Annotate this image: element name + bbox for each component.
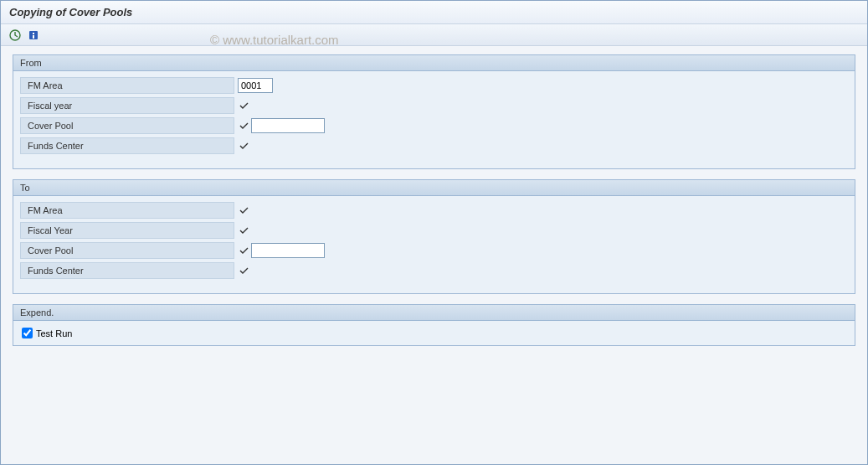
to-funds-center-label: Funds Center xyxy=(20,262,234,279)
to-fm-area-label: FM Area xyxy=(20,202,234,219)
group-from: From FM Area Fiscal year Cover Pool xyxy=(13,54,855,169)
required-check-icon xyxy=(238,100,249,111)
required-check-icon xyxy=(238,225,249,236)
group-to-header: To xyxy=(13,180,855,196)
test-run-label: Test Run xyxy=(36,328,72,338)
required-check-icon xyxy=(238,120,249,132)
from-fm-area-input[interactable] xyxy=(238,78,273,93)
required-check-icon xyxy=(238,245,249,256)
from-fiscal-year-label: Fiscal year xyxy=(20,97,234,114)
to-funds-center-row: Funds Center xyxy=(20,261,848,280)
from-cover-pool-label: Cover Pool xyxy=(20,117,234,134)
page-title: Copying of Cover Pools xyxy=(9,6,859,18)
required-check-icon xyxy=(238,140,249,152)
svg-rect-3 xyxy=(33,35,34,39)
from-funds-center-label: Funds Center xyxy=(20,137,234,154)
group-to-body: FM Area Fiscal Year Cover Pool xyxy=(13,196,855,293)
to-fm-area-row: FM Area xyxy=(20,201,848,220)
group-from-body: FM Area Fiscal year Cover Pool xyxy=(13,71,855,168)
to-fiscal-year-row: Fiscal Year xyxy=(20,221,848,240)
execute-button[interactable] xyxy=(8,28,23,43)
from-funds-center-row: Funds Center xyxy=(20,137,848,155)
required-check-icon xyxy=(238,204,249,216)
group-expend-body: Test Run xyxy=(13,321,855,345)
from-fm-area-row: FM Area xyxy=(20,76,848,95)
group-expend: Expend. Test Run xyxy=(13,304,855,346)
to-fiscal-year-label: Fiscal Year xyxy=(20,222,234,239)
group-to: To FM Area Fiscal Year Cove xyxy=(13,179,855,294)
info-button[interactable] xyxy=(26,28,41,43)
test-run-checkbox[interactable] xyxy=(22,328,33,338)
execute-icon xyxy=(9,29,21,41)
from-fiscal-year-row: Fiscal year xyxy=(20,96,848,115)
group-from-header: From xyxy=(13,55,855,71)
from-fm-area-label: FM Area xyxy=(20,77,234,94)
to-cover-pool-label: Cover Pool xyxy=(20,242,234,259)
test-run-row[interactable]: Test Run xyxy=(22,328,846,338)
title-bar: Copying of Cover Pools xyxy=(1,1,867,24)
required-check-icon xyxy=(238,265,249,276)
content: From FM Area Fiscal year Cover Pool xyxy=(1,46,867,364)
from-cover-pool-row: Cover Pool xyxy=(20,116,848,135)
to-cover-pool-row: Cover Pool xyxy=(20,241,848,260)
toolbar xyxy=(1,24,867,46)
to-cover-pool-input[interactable] xyxy=(251,243,325,258)
svg-rect-2 xyxy=(33,33,34,34)
from-cover-pool-input[interactable] xyxy=(251,118,325,133)
group-expend-header: Expend. xyxy=(13,305,855,321)
info-icon xyxy=(28,29,39,41)
